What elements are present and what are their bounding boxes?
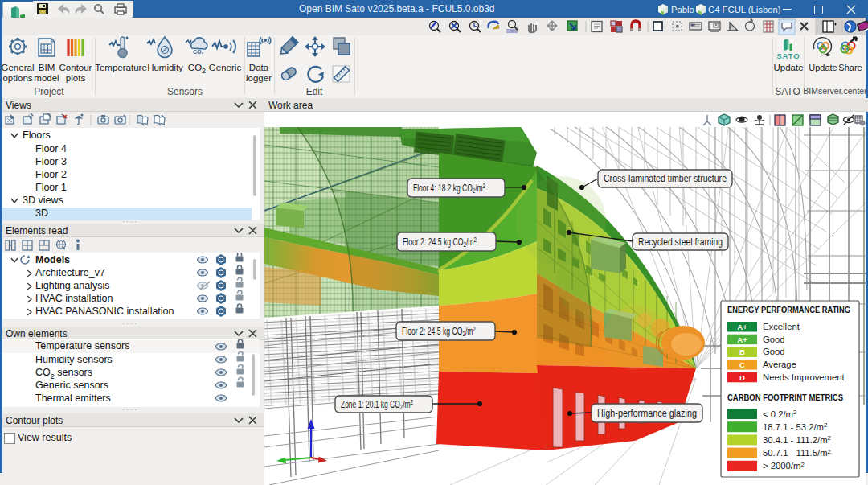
- svg-text:Zone 1: 20.1 kg CO2/m2: Zone 1: 20.1 kg CO2/m2: [341, 398, 413, 411]
- svg-text:18.7.1 - 53.2/m2: 18.7.1 - 53.2/m2: [763, 421, 828, 432]
- svg-text:50.7.1 - 111.5/m2: 50.7.1 - 111.5/m2: [763, 448, 832, 458]
- svg-text:Needs Improvement: Needs Improvement: [763, 372, 845, 382]
- svg-text:Good: Good: [763, 347, 785, 356]
- svg-text:A+: A+: [737, 335, 747, 344]
- svg-text:SATO: SATO: [776, 51, 800, 60]
- svg-text:A+: A+: [737, 323, 747, 331]
- svg-text:> 2000/m2: > 2000/m2: [763, 461, 805, 471]
- svg-text:CARBON FOOTPRINT METRICS: CARBON FOOTPRINT METRICS: [727, 393, 843, 402]
- svg-text:CO₂: CO₂: [193, 49, 204, 55]
- svg-text:Average: Average: [763, 360, 796, 369]
- svg-text:C: C: [739, 360, 745, 369]
- svg-text:Cross-laminated timber structu: Cross-laminated timber structure: [604, 173, 727, 184]
- svg-text:Excellent: Excellent: [763, 322, 800, 331]
- svg-text:D: D: [739, 373, 745, 382]
- svg-text:Floor 2: 24.5 kg CO2/m2: Floor 2: 24.5 kg CO2/m2: [403, 236, 477, 249]
- svg-text:ENERGY PERFORMANCE RATING: ENERGY PERFORMANCE RATING: [727, 305, 850, 314]
- svg-text:30.4.1 - 111.2/m2: 30.4.1 - 111.2/m2: [763, 434, 832, 445]
- svg-text:High-performance glazing: High-performance glazing: [597, 408, 697, 419]
- svg-text:B: B: [739, 347, 745, 356]
- svg-text:Floor 2: 24.5 kg CO2/m2: Floor 2: 24.5 kg CO2/m2: [402, 325, 476, 338]
- svg-text:< 0.2/m2: < 0.2/m2: [763, 409, 797, 419]
- svg-text:Recycled steel framing: Recycled steel framing: [638, 236, 723, 248]
- svg-text:Good: Good: [763, 335, 785, 344]
- svg-text:Floor 4: 18.2 kg CO2/m2: Floor 4: 18.2 kg CO2/m2: [413, 182, 485, 195]
